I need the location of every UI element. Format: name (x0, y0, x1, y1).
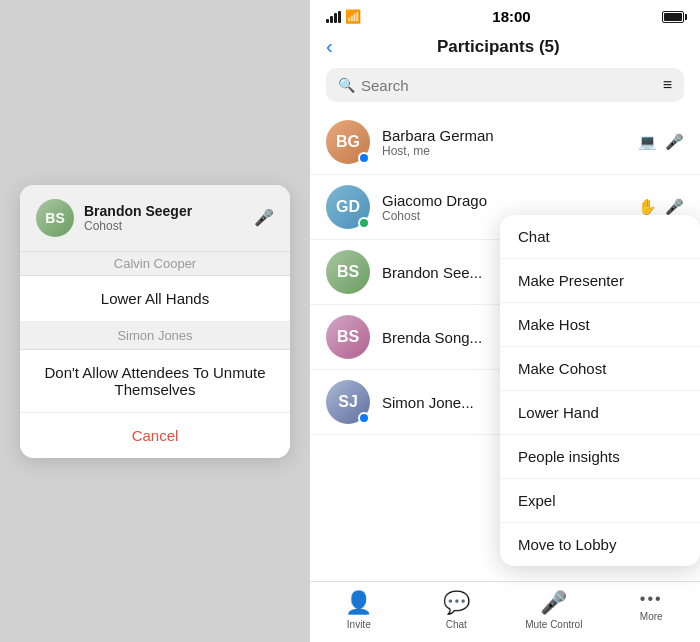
search-bar[interactable]: 🔍 ≡ (326, 68, 684, 102)
tab-more[interactable]: ••• More (603, 590, 701, 630)
raise-hand-icon: ✋ (638, 198, 657, 216)
participant-name: Giacomo Drago (382, 192, 638, 209)
back-button[interactable]: ‹ (326, 35, 333, 58)
make-presenter-option[interactable]: Make Presenter (500, 259, 700, 303)
context-menu: Chat Make Presenter Make Host Make Cohos… (500, 215, 700, 566)
make-host-option[interactable]: Make Host (500, 303, 700, 347)
lower-all-hands-button[interactable]: Lower All Hands (20, 276, 290, 322)
move-to-lobby-option[interactable]: Move to Lobby (500, 523, 700, 566)
action-modal: BS Brandon Seeger Cohost 🎤 Calvin Cooper… (20, 185, 290, 458)
status-indicator (358, 412, 370, 424)
page-title: Participants (5) (341, 37, 656, 57)
modal-mute-icon: 🎤 (254, 208, 274, 227)
list-icon[interactable]: ≡ (655, 76, 672, 94)
search-input[interactable] (361, 77, 649, 94)
people-insights-option[interactable]: People insights (500, 435, 700, 479)
modal-host-role: Cohost (84, 219, 192, 233)
status-indicator (358, 152, 370, 164)
screen-share-icon: 💻 (638, 133, 657, 151)
modal-participant-preview: Calvin Cooper (20, 252, 290, 276)
left-panel: BS Brandon Seeger Cohost 🎤 Calvin Cooper… (0, 0, 310, 642)
chat-option[interactable]: Chat (500, 215, 700, 259)
chat-icon: 💬 (443, 590, 470, 616)
modal-avatar: BS (36, 199, 74, 237)
status-bar: 📶 18:00 (310, 0, 700, 29)
right-panel: 📶 18:00 ‹ Participants (5) 🔍 ≡ BG Barbar… (310, 0, 700, 642)
make-cohost-option[interactable]: Make Cohost (500, 347, 700, 391)
table-row[interactable]: BG Barbara German Host, me 💻 🎤 (310, 110, 700, 175)
tab-more-label: More (640, 611, 663, 622)
battery-icon (662, 11, 684, 23)
preview-name-1: Calvin Cooper (114, 256, 196, 271)
tab-chat[interactable]: 💬 Chat (408, 590, 506, 630)
dont-allow-unmute-button[interactable]: Don't Allow Attendees To Unmute Themselv… (20, 350, 290, 413)
invite-icon: 👤 (345, 590, 372, 616)
wifi-icon: 📶 (345, 9, 361, 24)
status-time: 18:00 (492, 8, 530, 25)
search-icon: 🔍 (338, 77, 355, 93)
mic-active-icon: 🎤 (665, 198, 684, 216)
avatar: BS (326, 315, 370, 359)
expel-option[interactable]: Expel (500, 479, 700, 523)
status-left: 📶 (326, 9, 361, 24)
avatar: BS (326, 250, 370, 294)
tab-invite-label: Invite (347, 619, 371, 630)
mute-control-icon: 🎤 (540, 590, 567, 616)
mute-icon: 🎤 (665, 133, 684, 151)
cancel-button[interactable]: Cancel (20, 413, 290, 458)
modal-header: BS Brandon Seeger Cohost 🎤 (20, 185, 290, 252)
modal-host-name: Brandon Seeger (84, 203, 192, 219)
tab-mute-label: Mute Control (525, 619, 582, 630)
modal-items: Lower All Hands Simon Jones Don't Allow … (20, 276, 290, 458)
more-icon: ••• (640, 590, 663, 608)
signal-icon (326, 11, 341, 23)
lower-hand-option[interactable]: Lower Hand (500, 391, 700, 435)
participant-name: Barbara German (382, 127, 638, 144)
participant-role: Host, me (382, 144, 638, 158)
status-indicator (358, 217, 370, 229)
tab-chat-label: Chat (446, 619, 467, 630)
tab-mute-control[interactable]: 🎤 Mute Control (505, 590, 603, 630)
modal-avatar-initials: BS (45, 210, 64, 226)
modal-participant-preview-2: Simon Jones (20, 322, 290, 350)
tab-invite[interactable]: 👤 Invite (310, 590, 408, 630)
tab-bar: 👤 Invite 💬 Chat 🎤 Mute Control ••• More (310, 581, 700, 642)
nav-header: ‹ Participants (5) (310, 29, 700, 68)
